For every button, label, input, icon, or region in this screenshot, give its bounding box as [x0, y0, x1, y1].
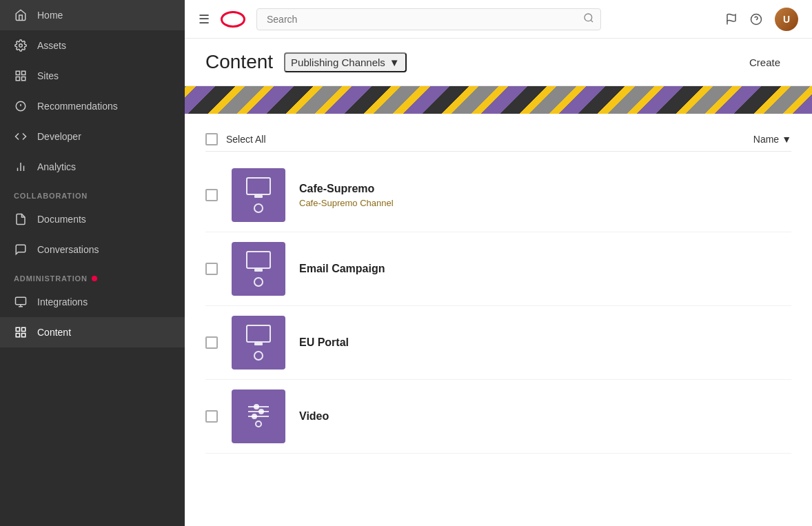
channel-list: Cafe-Supremo Cafe-Supremo Channel Email …	[205, 159, 791, 454]
sidebar-item-content-label: Content	[37, 327, 71, 338]
conversations-icon	[14, 243, 28, 256]
email-campaign-icon	[246, 251, 271, 287]
name-sort-button[interactable]: Name ▼	[753, 134, 791, 145]
assets-icon	[14, 39, 28, 52]
sites-icon	[14, 69, 28, 83]
email-campaign-checkbox[interactable]	[205, 263, 218, 275]
select-all-checkbox[interactable]	[205, 133, 218, 145]
sidebar-item-developer[interactable]: Developer	[0, 121, 185, 152]
banner	[185, 86, 812, 114]
svg-rect-3	[16, 77, 19, 81]
svg-point-0	[19, 44, 23, 48]
recommendations-icon	[14, 99, 28, 113]
sidebar-item-recommendations-label: Recommendations	[37, 101, 118, 112]
svg-rect-4	[22, 77, 26, 81]
home-icon	[14, 8, 28, 22]
admin-dot	[92, 276, 97, 281]
sidebar-item-assets[interactable]: Assets	[0, 30, 185, 61]
publishing-channels-button[interactable]: Publishing Channels ▼	[284, 52, 407, 72]
svg-line-19	[591, 20, 593, 22]
sidebar-item-recommendations[interactable]: Recommendations	[0, 91, 185, 121]
administration-section-label: ADMINISTRATION	[0, 265, 185, 287]
cafe-supremo-name: Cafe-Supremo	[299, 183, 394, 195]
email-campaign-name: Email Campaign	[299, 263, 385, 275]
eu-portal-icon	[246, 325, 271, 361]
main-content: ☰ U Content Publishing Channels ▼	[185, 0, 812, 526]
page-title: Content	[205, 51, 273, 73]
select-all-label: Select All	[226, 134, 266, 145]
eu-portal-info: EU Portal	[299, 336, 349, 349]
channel-item-eu-portal: EU Portal	[205, 306, 791, 380]
sidebar-item-developer-label: Developer	[37, 131, 81, 142]
svg-rect-2	[22, 71, 26, 74]
select-all-left: Select All	[205, 133, 266, 145]
channel-item-email-campaign: Email Campaign	[205, 232, 791, 306]
sidebar-item-sites-label: Sites	[37, 70, 59, 81]
svg-rect-11	[16, 297, 26, 305]
screen-icon	[246, 251, 271, 269]
logo	[221, 11, 245, 28]
cafe-supremo-thumb	[232, 168, 285, 222]
slider-line-2	[248, 411, 269, 412]
content-area: Select All Name ▼ Cafe-Supremo	[185, 114, 812, 526]
slider-knob-3	[252, 414, 257, 419]
avatar[interactable]: U	[775, 8, 798, 31]
sidebar-item-assets-label: Assets	[37, 40, 66, 51]
page-header: Content Publishing Channels ▼ Create	[185, 39, 812, 86]
screen-icon	[246, 177, 271, 195]
svg-rect-1	[16, 71, 19, 74]
create-button[interactable]: Create	[738, 52, 791, 72]
sort-chevron: ▼	[782, 134, 791, 145]
oracle-logo	[221, 11, 245, 28]
search-input[interactable]	[256, 8, 601, 30]
svg-rect-14	[16, 327, 19, 331]
documents-icon	[14, 212, 28, 226]
eu-portal-name: EU Portal	[299, 336, 349, 349]
search-container	[256, 8, 601, 30]
sidebar-item-conversations-label: Conversations	[37, 244, 99, 255]
cafe-supremo-icon	[246, 177, 271, 213]
slider-line-1	[248, 406, 269, 407]
sidebar-item-analytics[interactable]: Analytics	[0, 152, 185, 182]
eu-portal-checkbox[interactable]	[205, 336, 218, 349]
dot-icon	[254, 351, 263, 361]
collaboration-section-label: COLLABORATION	[0, 182, 185, 204]
sidebar-item-analytics-label: Analytics	[37, 161, 76, 172]
slider-line-3	[248, 416, 269, 417]
slider-knob-2	[258, 409, 264, 414]
sidebar-item-documents[interactable]: Documents	[0, 204, 185, 234]
sidebar-item-integrations[interactable]: Integrations	[0, 287, 185, 317]
sidebar-item-content[interactable]: Content	[0, 317, 185, 347]
sidebar-item-documents-label: Documents	[37, 214, 86, 225]
svg-point-18	[585, 14, 592, 21]
dot-icon	[254, 277, 263, 287]
content-icon	[14, 325, 28, 339]
sidebar-item-conversations[interactable]: Conversations	[0, 234, 185, 265]
slider-knob-1	[254, 404, 259, 409]
topbar: ☰ U	[185, 0, 812, 39]
menu-icon[interactable]: ☰	[199, 12, 210, 27]
channel-item-video: Video	[205, 380, 791, 454]
topbar-right: U	[725, 8, 798, 31]
video-checkbox[interactable]	[205, 410, 218, 423]
video-info: Video	[299, 410, 329, 423]
developer-icon	[14, 130, 28, 143]
sidebar-item-sites[interactable]: Sites	[0, 61, 185, 91]
svg-rect-15	[22, 327, 26, 331]
video-thumb	[232, 390, 285, 443]
svg-rect-16	[16, 334, 19, 337]
dot-icon	[254, 203, 263, 213]
svg-rect-17	[22, 334, 26, 337]
channel-item-cafe-supremo: Cafe-Supremo Cafe-Supremo Channel	[205, 159, 791, 232]
sidebar-item-home[interactable]: Home	[0, 0, 185, 30]
cafe-supremo-subtitle: Cafe-Supremo Channel	[299, 198, 394, 208]
sidebar-item-integrations-label: Integrations	[37, 296, 88, 307]
search-icon[interactable]	[583, 12, 594, 26]
cafe-supremo-checkbox[interactable]	[205, 189, 218, 201]
help-icon[interactable]	[750, 13, 762, 26]
flag-icon[interactable]	[725, 13, 738, 26]
analytics-icon	[14, 160, 28, 174]
select-all-row: Select All Name ▼	[205, 128, 791, 152]
sidebar: Home Assets Sites Recommendations Develo…	[0, 0, 185, 526]
sort-label: Name	[753, 134, 779, 145]
